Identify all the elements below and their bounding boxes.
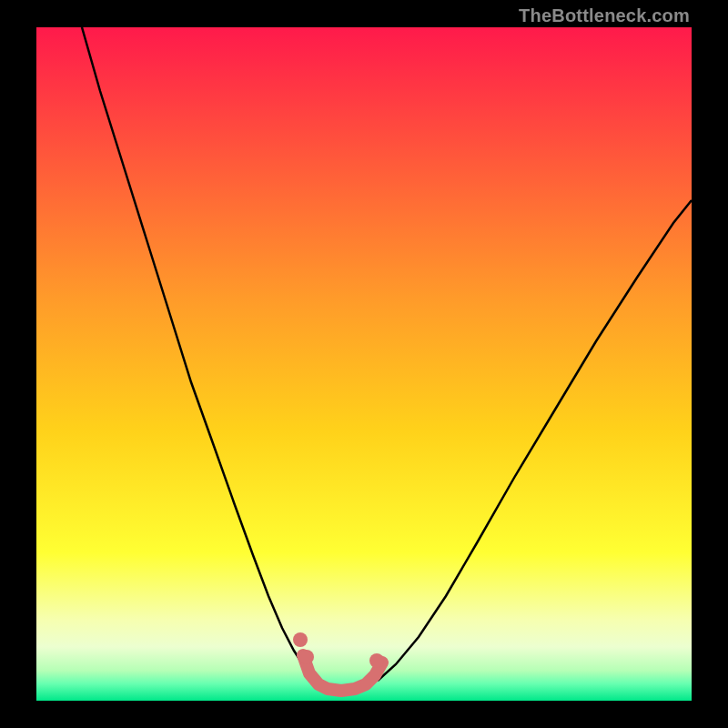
plot-area	[36, 27, 692, 701]
curve-layer	[36, 27, 692, 701]
chart-frame: TheBottleneck.com	[0, 0, 728, 728]
valley-dots-point	[299, 650, 314, 664]
watermark-text: TheBottleneck.com	[519, 5, 690, 26]
valley-dots-point	[293, 632, 308, 647]
left-curve	[82, 27, 317, 681]
valley-dots-point	[369, 653, 384, 668]
right-curve	[378, 200, 692, 681]
